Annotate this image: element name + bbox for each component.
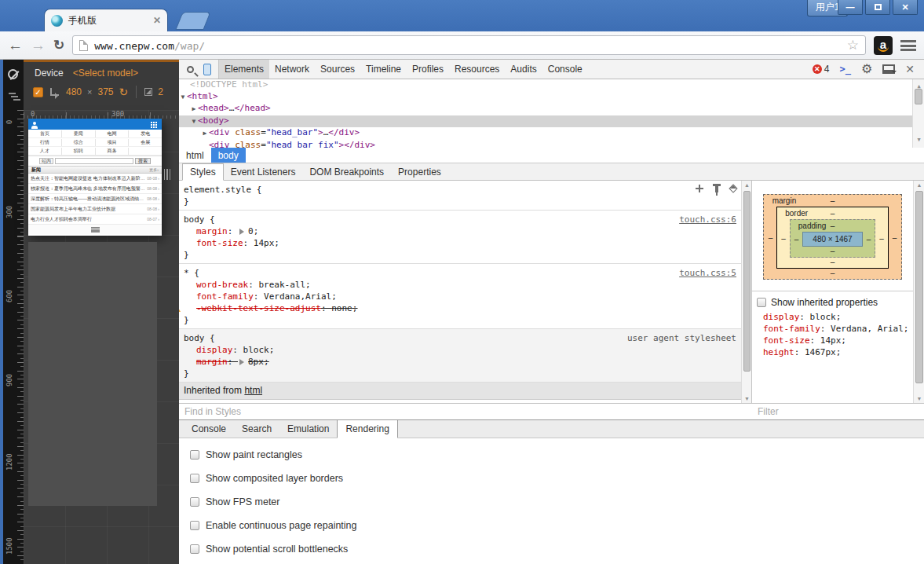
tab-styles[interactable]: Styles <box>182 163 224 181</box>
mobile-search-input[interactable] <box>55 158 133 164</box>
nav-link[interactable]: 要闻 <box>62 130 96 137</box>
computed-property[interactable]: height1467px <box>763 346 910 358</box>
computed-property[interactable]: font-size14px <box>763 335 910 346</box>
scroll-down-icon[interactable]: ▼ <box>742 396 752 401</box>
drawer-tab-rendering[interactable]: Rendering <box>337 419 397 438</box>
search-scope-select[interactable]: 站内 <box>39 158 53 164</box>
minimize-button[interactable]: — <box>838 0 863 15</box>
mobile-search-button[interactable]: 搜索 <box>135 158 151 164</box>
emulated-page-viewport[interactable]: 首页 要闻 电网 发电 行情 综合 项目 会展 人才 招聘 商务 <box>28 119 162 236</box>
news-item[interactable]: 国家能源局发布上半年电力工业统计数据 08-08 › <box>28 204 162 214</box>
tree-row-doctype[interactable]: <!DOCTYPE html> <box>179 79 924 91</box>
nav-link[interactable]: 发电 <box>129 130 162 137</box>
box-model-padding[interactable]: padding– – 480 × 1467 – – <box>790 219 875 258</box>
tree-row-div-headbarfix[interactable]: <div class="head_bar_fix"></div> <box>179 140 924 148</box>
layers-icon[interactable] <box>9 93 20 102</box>
section-more-link[interactable]: 更多› <box>149 167 159 172</box>
tab-network[interactable]: Network <box>269 60 315 79</box>
add-style-rule-icon[interactable] <box>696 185 703 192</box>
new-tab-button[interactable] <box>175 12 210 30</box>
tree-scrollbar[interactable]: ▲ ▼ <box>912 79 924 148</box>
expand-arrow[interactable]: ▼ <box>179 92 187 104</box>
inspect-element-icon[interactable] <box>187 66 194 73</box>
error-count-badge[interactable]: ✕ 4 <box>813 64 830 75</box>
css-property[interactable]: word-breakbreak-all <box>184 279 736 291</box>
pin-icon[interactable] <box>715 185 718 192</box>
tab-console[interactable]: Console <box>542 60 588 79</box>
viewport-resize-handle[interactable] <box>164 169 170 180</box>
stylesheet-link[interactable]: touch.css:5 <box>679 267 736 279</box>
news-item[interactable]: 热点关注：智能电网建设提速 电力体制改革迈入新阶段，高效节能 08-08 › <box>28 174 162 184</box>
nav-link[interactable]: 行情 <box>28 139 62 146</box>
style-rule-element[interactable]: element.style <box>179 181 741 211</box>
css-property-disabled[interactable]: -webkit-text-size-adjustnone <box>184 302 736 314</box>
expand-shorthand-icon[interactable] <box>239 229 247 235</box>
nav-link[interactable]: 人才 <box>28 148 62 155</box>
browser-tab[interactable]: 手机版 ✕ <box>44 9 168 31</box>
news-item[interactable]: 深度解析：特高压输电——推动清洁能源跨区域消纳提速 08-08 › <box>28 194 162 204</box>
css-property-disabled[interactable]: margin8px <box>184 356 736 368</box>
news-item[interactable]: 电力行业人才招聘会本周举行 08-07 › <box>28 214 162 225</box>
maximize-button[interactable] <box>865 0 890 15</box>
tab-audits[interactable]: Audits <box>505 60 542 79</box>
stylesheet-link[interactable]: touch.css:6 <box>679 214 736 225</box>
nav-link[interactable]: 商务 <box>96 148 130 155</box>
box-model-border[interactable]: border– – padding– – 480 × 1467 <box>776 207 889 269</box>
continuous-repaint-checkbox[interactable] <box>190 521 199 530</box>
tree-row-html[interactable]: ▼<html> <box>179 91 924 104</box>
style-rule-body-touchcss[interactable]: touch.css:6 body margin0 font-size14px <box>179 211 741 264</box>
device-model-select[interactable]: <Select model> <box>73 68 138 79</box>
scroll-thumb[interactable] <box>915 191 923 383</box>
box-model-content[interactable]: 480 × 1467 <box>802 232 862 247</box>
expand-arrow[interactable]: ▼ <box>190 116 198 128</box>
dock-side-icon[interactable] <box>882 64 895 74</box>
mobile-footer-menu[interactable] <box>28 225 162 234</box>
box-model-margin[interactable]: margin– – border– – padding– <box>763 194 903 280</box>
expand-arrow[interactable]: ▶ <box>201 128 209 140</box>
crumb-html[interactable]: html <box>179 148 211 163</box>
bookmark-star-icon[interactable]: ☆ <box>847 37 859 53</box>
rotate-refresh-icon[interactable]: ↻ <box>119 86 129 97</box>
back-button[interactable]: ← <box>8 38 23 53</box>
find-in-styles-input[interactable] <box>179 404 752 419</box>
console-drawer-icon[interactable]: >_ <box>839 64 850 75</box>
news-item[interactable]: 独家报道：夏季用电高峰来临 多地发布有序用电预警通知 08-08 › <box>28 184 162 194</box>
layer-borders-checkbox[interactable] <box>190 474 199 483</box>
nav-link[interactable]: 首页 <box>28 130 62 137</box>
computed-property[interactable]: displayblock <box>763 311 910 323</box>
drawer-tab-console[interactable]: Console <box>184 420 234 438</box>
metrics-filter-input[interactable] <box>752 404 924 419</box>
crumb-body[interactable]: body <box>211 148 246 163</box>
user-icon[interactable] <box>32 124 36 127</box>
scroll-down-icon[interactable]: ▼ <box>914 396 924 401</box>
style-rule-star-touchcss[interactable]: touch.css:5 * word-breakbreak-all font-f… <box>179 264 741 329</box>
tree-row-div-headbar[interactable]: ▶<div class="head_bar">…</div> <box>179 127 924 140</box>
fps-meter-checkbox[interactable] <box>190 497 199 507</box>
css-property[interactable]: margin0 <box>184 225 736 237</box>
drawer-tab-emulation[interactable]: Emulation <box>279 420 337 438</box>
devtools-close-icon[interactable]: ✕ <box>905 63 915 75</box>
expand-shorthand-icon[interactable] <box>239 359 247 365</box>
address-bar[interactable]: www.cnepw.com/wap/ ☆ <box>72 35 866 55</box>
device-width-field[interactable]: 480 <box>66 86 82 97</box>
scroll-thumb[interactable] <box>915 89 922 104</box>
amazon-extension-icon[interactable]: a <box>874 36 893 55</box>
nav-link[interactable]: 电网 <box>96 130 130 137</box>
scroll-thumb[interactable] <box>743 191 751 372</box>
disable-overrides-icon[interactable] <box>8 69 18 79</box>
nav-link[interactable]: 综合 <box>62 139 96 146</box>
tree-row-body-selected[interactable]: ▼<body> <box>179 115 924 128</box>
tab-event-listeners[interactable]: Event Listeners <box>224 164 303 180</box>
settings-gear-icon[interactable]: ⚙ <box>861 63 872 75</box>
close-button[interactable]: ✕ <box>893 0 918 15</box>
tree-row-head[interactable]: ▶<head>…</head> <box>179 103 924 115</box>
fit-screen-icon[interactable] <box>144 88 152 96</box>
device-pixel-ratio[interactable]: 2 <box>158 86 163 97</box>
tab-resources[interactable]: Resources <box>449 60 505 79</box>
expand-arrow[interactable]: ▶ <box>190 104 198 115</box>
device-mode-icon[interactable] <box>203 64 211 75</box>
scroll-down-icon[interactable]: ▼ <box>913 134 924 146</box>
forward-button[interactable]: → <box>31 38 46 53</box>
nav-link[interactable]: 项目 <box>96 139 130 146</box>
reload-button[interactable]: ↻ <box>53 37 64 53</box>
